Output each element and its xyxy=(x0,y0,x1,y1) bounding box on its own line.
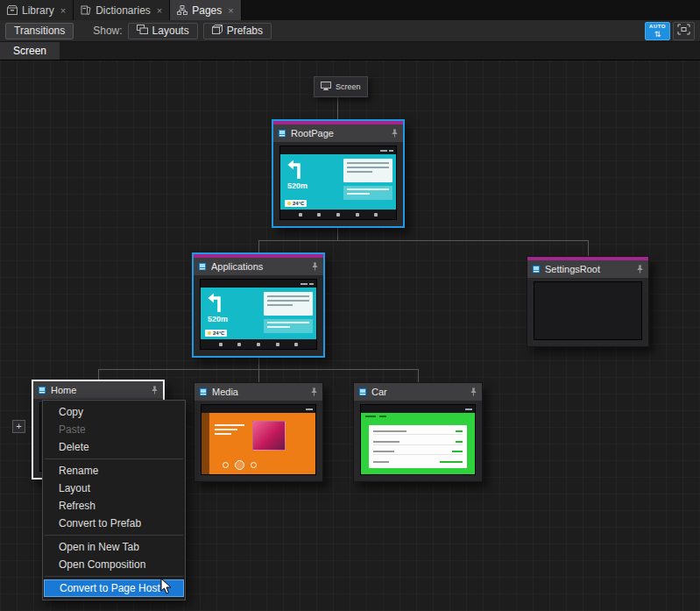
node-settingsroot[interactable]: SettingsRoot xyxy=(527,256,649,347)
node-label: SettingsRoot xyxy=(545,264,632,274)
prefabs-toggle[interactable]: Prefabs xyxy=(203,23,272,39)
thumb-status-bar xyxy=(280,146,396,154)
tab-pages[interactable]: Pages × xyxy=(170,0,241,20)
album-art xyxy=(252,421,286,451)
thumb-info-panel-2 xyxy=(343,186,392,200)
transitions-button[interactable]: Transitions xyxy=(5,23,74,39)
sort-arrows-icon: ⇅ xyxy=(654,30,661,39)
nav-thumbnail: 520m 24°C xyxy=(279,146,397,220)
toolbar-right-group: AUTO ⇅ xyxy=(645,22,695,40)
node-label: Home xyxy=(51,385,146,395)
thumb-status-bar xyxy=(202,405,315,413)
menu-item-layout[interactable]: Layout xyxy=(43,480,185,497)
menu-item-open-in-new-tab[interactable]: Open in New Tab xyxy=(43,538,185,556)
close-icon[interactable]: × xyxy=(60,5,66,16)
sun-icon xyxy=(208,331,211,335)
node-title-bar: Media xyxy=(194,383,322,401)
menu-item-rename[interactable]: Rename xyxy=(43,462,185,480)
layouts-label: Layouts xyxy=(152,25,189,37)
node-preview: 520m 24°C xyxy=(273,142,403,226)
show-label: Show: xyxy=(93,25,122,37)
page-icon xyxy=(532,261,541,277)
tab-label: Dictionaries xyxy=(95,4,151,17)
pin-icon[interactable] xyxy=(311,259,319,274)
distance-label: 520m xyxy=(287,181,308,190)
layouts-toggle[interactable]: Layouts xyxy=(128,23,198,39)
pin-icon[interactable] xyxy=(636,261,644,277)
tab-label: Pages xyxy=(192,4,222,17)
node-rootpage[interactable]: RootPage 520m 24°C xyxy=(272,119,405,228)
connector xyxy=(258,240,259,252)
close-icon[interactable]: × xyxy=(228,5,233,16)
node-applications[interactable]: Applications 520m 24°C xyxy=(192,252,325,358)
connector xyxy=(337,97,338,119)
thumb-nav-screen: 520m 24°C xyxy=(280,154,396,210)
empty-thumbnail xyxy=(534,281,642,340)
fit-view-icon xyxy=(677,24,690,38)
node-preview xyxy=(527,278,648,346)
next-icon xyxy=(251,462,257,468)
page-icon xyxy=(38,382,46,398)
thumb-status-bar xyxy=(361,405,475,413)
page-icon xyxy=(358,384,367,400)
thumb-info-panel xyxy=(264,292,313,316)
temperature-label: 24°C xyxy=(213,330,224,336)
node-preview xyxy=(354,401,482,481)
menu-item-convert-to-prefab[interactable]: Convert to Prefab xyxy=(43,515,185,532)
thumb-info-panel-2 xyxy=(264,319,313,333)
menu-item-convert-to-page-host[interactable]: Convert to Page Host xyxy=(44,579,184,597)
thumb-media-screen xyxy=(202,413,315,474)
car-header-text xyxy=(365,416,386,417)
media-thumbnail xyxy=(201,404,316,475)
pin-icon[interactable] xyxy=(151,382,159,398)
connector xyxy=(258,358,259,369)
library-icon xyxy=(7,5,18,15)
sun-icon xyxy=(287,202,291,205)
media-side-strip xyxy=(202,413,209,474)
node-title-bar: RootPage xyxy=(273,124,403,142)
media-track-text xyxy=(215,424,244,435)
tab-dictionaries[interactable]: Dictionaries × xyxy=(74,0,170,20)
nav-thumbnail: 520m 24°C xyxy=(200,279,317,350)
temperature-label: 24°C xyxy=(293,201,304,206)
auto-arrange-button[interactable]: AUTO ⇅ xyxy=(645,22,670,40)
node-title-bar: Car xyxy=(354,383,482,401)
page-graph-canvas[interactable]: Screen RootPage 520m 24°C xyxy=(0,60,700,611)
turn-left-arrow-icon xyxy=(206,290,225,313)
play-icon xyxy=(235,460,244,470)
weather-chip: 24°C xyxy=(205,330,227,337)
pin-icon[interactable] xyxy=(310,384,318,400)
node-car[interactable]: Car xyxy=(353,382,483,482)
weather-chip: 24°C xyxy=(285,200,307,207)
node-label: Car xyxy=(371,387,465,397)
fit-view-button[interactable] xyxy=(673,22,695,40)
connector xyxy=(337,228,338,240)
tab-library[interactable]: Library × xyxy=(0,0,74,20)
pin-icon[interactable] xyxy=(391,125,399,141)
thumb-bottom-bar xyxy=(280,210,396,219)
node-screen[interactable]: Screen xyxy=(314,76,368,97)
tab-label: Library xyxy=(22,4,54,17)
prev-icon xyxy=(223,462,229,468)
breadcrumb-screen[interactable]: Screen xyxy=(0,42,60,60)
pin-icon[interactable] xyxy=(470,384,477,400)
menu-item-paste: Paste xyxy=(43,421,185,438)
node-title-bar: Home xyxy=(33,381,163,399)
node-media[interactable]: Media xyxy=(194,382,323,482)
car-thumbnail xyxy=(360,404,476,475)
menu-item-copy[interactable]: Copy xyxy=(43,403,185,421)
menu-separator xyxy=(45,576,183,577)
dictionaries-icon xyxy=(81,5,91,15)
page-icon xyxy=(199,384,208,400)
menu-item-open-composition[interactable]: Open Composition xyxy=(43,556,185,573)
pages-editor-window: Library × Dictionaries × Pages × Transit… xyxy=(0,0,700,611)
close-icon[interactable]: × xyxy=(157,5,162,16)
layouts-icon xyxy=(137,25,148,37)
node-preview xyxy=(194,401,322,481)
menu-item-delete[interactable]: Delete xyxy=(43,438,185,456)
menu-item-refresh[interactable]: Refresh xyxy=(43,497,185,515)
page-icon xyxy=(198,259,207,274)
add-node-button[interactable]: + xyxy=(12,420,25,433)
breadcrumb-bar: Screen xyxy=(0,42,700,60)
node-preview: 520m 24°C xyxy=(194,275,323,356)
